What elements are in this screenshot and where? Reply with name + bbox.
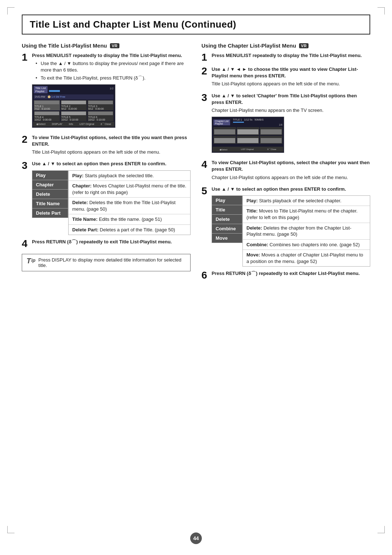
left-step-1-text: Press MENU/LIST repeatedly to display th…	[32, 53, 182, 58]
right-step-4-text: To view Chapter List-Playlist options, s…	[212, 160, 369, 172]
ss-cell	[237, 136, 259, 144]
opt-val-delete-r: Delete: Deletes the chapter from the Cha…	[243, 223, 370, 240]
ss-grid-row2: TITLE 410/12 0:00:00 TITLE 510/12 0:10:0…	[34, 111, 114, 121]
ss-cell	[213, 136, 236, 144]
left-step-2-content: To view Title List-Playlist options, sel…	[32, 134, 191, 157]
corner-mark-tl	[7, 7, 15, 15]
ss-title-label: Title ListPlaylist	[34, 86, 48, 93]
ss-cell: TITLE 17/12 0:10:00	[34, 100, 60, 110]
corner-mark-tr	[377, 7, 385, 15]
opt-key-delete-r: Delete	[212, 214, 242, 224]
right-options-descs: Play: Starts playback of the selected ch…	[242, 195, 370, 267]
left-step-3-text: Use ▲ / ▼ to select an option then press…	[32, 161, 166, 166]
bullet-item: Use the ▲ / ▼ buttons to display the pre…	[36, 60, 191, 73]
right-step-4-content: To view Chapter List-Playlist options, s…	[212, 159, 370, 182]
right-vr-badge: VR	[299, 43, 309, 48]
opt-key-delete: Delete	[32, 189, 68, 199]
ss-cell	[260, 136, 282, 144]
left-step-1-content: Press MENU/LIST repeatedly to display th…	[32, 52, 191, 131]
left-column: Using the Title List-Playlist Menu VR 1 …	[22, 42, 191, 284]
right-step-5-content: Use ▲ / ▼ to select an option then press…	[212, 186, 370, 267]
right-step-6: 6 Press RETURN (δ⌒) repeatedly to exit C…	[201, 270, 370, 280]
left-step-1-num: 1	[22, 52, 29, 131]
page-title-box: Title List and Chapter List Menu (Contin…	[22, 15, 370, 35]
ss-header-r: Chapter ListPlaylist TITLE 1 1/12 5s 50M…	[213, 118, 282, 126]
right-options-container: Play Title Delete Combine Move Play: Sta…	[212, 195, 370, 267]
opt-val-move-r: Move: Moves a chapter of Chapter List-Pl…	[243, 250, 370, 266]
opt-val-play: Play: Starts playback the selected title…	[69, 171, 190, 181]
opt-val-delete: Delete: Deletes the title from the Title…	[69, 198, 190, 214]
left-step-1: 1 Press MENU/LIST repeatedly to display …	[22, 52, 191, 131]
ss-cell: TITLE 29/12 0:20:00	[61, 100, 87, 110]
right-step-1: 1 Press MENU/LIST repeatedly to display …	[201, 52, 370, 62]
right-step-4-sub: Chapter List-Playlist options appears on…	[212, 174, 370, 181]
opt-key-play: Play	[32, 170, 68, 180]
tip-content: Press DISPLAY to display more detailed t…	[38, 257, 186, 268]
right-step-6-num: 6	[201, 270, 209, 280]
left-options-keys: Play Chapter Delete Title Name Delete Pa…	[32, 170, 68, 235]
right-step-5: 5 Use ▲ / ▼ to select an option then pre…	[201, 186, 370, 267]
left-step-2-text: To view Title List-Playlist options, sel…	[32, 135, 187, 147]
opt-val-play-r: Play: Starts playback of the selected ch…	[243, 196, 370, 206]
ss-indicator	[49, 90, 60, 92]
left-section-heading-text: Using the Title List-Playlist Menu	[22, 42, 107, 49]
right-step-5-num: 5	[201, 186, 209, 267]
ss-title-label-r: Chapter ListPlaylist	[213, 119, 230, 125]
tip-label: ip	[31, 257, 36, 264]
ss-cell: TITLE 39/12 0:30:00	[87, 100, 114, 110]
left-step-2: 2 To view Title List-Playlist options, s…	[22, 134, 191, 157]
right-step-3-text: Use ▲ / ▼ to select 'Chapter' from Title…	[212, 93, 357, 105]
ss-cell: TITLE 510/12 0:10:00	[61, 111, 87, 121]
right-column: Using the Chapter List-Playlist Menu VR …	[201, 42, 370, 284]
ss-cell: TITLE 610/12 0:10:00	[87, 111, 114, 121]
right-step-1-num: 1	[201, 52, 209, 62]
ss-grid-ch-row2	[213, 136, 282, 144]
right-step-3-content: Use ▲ / ▼ to select 'Chapter' from Title…	[212, 93, 370, 156]
opt-val-chapter: Chapter: Moves Chapter List-Playlist men…	[69, 181, 190, 198]
left-step-2-sub: Title List-Playlist options appears on t…	[32, 149, 191, 155]
right-step-2-num: 2	[201, 66, 209, 89]
opt-val-deletepart: Delete Part: Deletes a part of the Title…	[69, 225, 190, 235]
main-content: Using the Title List-Playlist Menu VR 1 …	[22, 42, 370, 284]
opt-val-title-r: Title: Moves to Title List-Playlist menu…	[243, 206, 370, 223]
left-step-4-content: Press RETURN (δ⌒) repeatedly to exit Tit…	[32, 239, 191, 249]
page-title: Title List and Chapter List Menu (Contin…	[30, 19, 362, 30]
right-step-2-content: Use ▲ / ▼ ◄ ► to choose the title you wa…	[212, 66, 370, 89]
ss-indicator-r	[233, 122, 244, 123]
left-step-3-num: 3	[22, 161, 29, 235]
left-step-4: 4 Press RETURN (δ⌒) repeatedly to exit T…	[22, 239, 191, 249]
left-step-4-num: 4	[22, 239, 29, 249]
page-number: 44	[190, 532, 202, 544]
right-step-2-text: Use ▲ / ▼ ◄ ► to choose the title you wa…	[212, 66, 358, 78]
corner-mark-bl	[7, 526, 15, 533]
left-step-1-bullets: Use the ▲ / ▼ buttons to display the pre…	[32, 60, 191, 81]
left-step-2-num: 2	[22, 134, 29, 157]
opt-val-titlename: Title Name: Edits the title name. (page …	[69, 214, 190, 225]
right-step-1-text: Press MENU/LIST repeatedly to display th…	[212, 53, 362, 58]
left-options-descs: Play: Starts playback the selected title…	[68, 170, 191, 235]
ss-cell: TITLE 410/12 0:00:00	[34, 111, 60, 121]
left-vr-badge: VR	[110, 43, 119, 48]
right-step-4-num: 4	[201, 159, 209, 182]
left-section-heading: Using the Title List-Playlist Menu VR	[22, 42, 191, 49]
right-section-heading: Using the Chapter List-Playlist Menu VR	[201, 42, 370, 49]
opt-key-combine-r: Combine	[212, 224, 242, 233]
right-section-heading-text: Using the Chapter List-Playlist Menu	[201, 42, 296, 49]
left-step-4-text: Press RETURN (δ⌒) repeatedly to exit Tit…	[32, 239, 172, 244]
ss-grid-ch-row1	[213, 127, 282, 135]
left-screenshot: Title ListPlaylist 1/2 DVD-RW 📀 1:4 SM F…	[32, 84, 115, 128]
right-screenshot: Chapter ListPlaylist TITLE 1 1/12 5s 50M…	[212, 117, 284, 153]
right-options-keys: Play Title Delete Combine Move	[212, 195, 242, 267]
ss-cell	[237, 127, 259, 135]
tip-icon-t: T	[26, 257, 31, 264]
ss-header: Title ListPlaylist 1/2	[34, 86, 114, 93]
opt-key-titlename: Title Name	[32, 199, 68, 208]
right-step-3: 3 Use ▲ / ▼ to select 'Chapter' from Tit…	[201, 93, 370, 156]
left-step-3-content: Use ▲ / ▼ to select an option then press…	[32, 161, 191, 235]
right-step-4: 4 To view Chapter List-Playlist options,…	[201, 159, 370, 182]
tip-text: Press DISPLAY to display more detailed t…	[38, 257, 186, 268]
left-options-container: Play Chapter Delete Title Name Delete Pa…	[32, 170, 191, 235]
tip-box: T ip Press DISPLAY to display more detai…	[22, 254, 191, 271]
ss-bottom-bar-r: ◉SelectLIST Originalδ⌒Close	[213, 147, 283, 152]
left-step-3: 3 Use ▲ / ▼ to select an option then pre…	[22, 161, 191, 235]
